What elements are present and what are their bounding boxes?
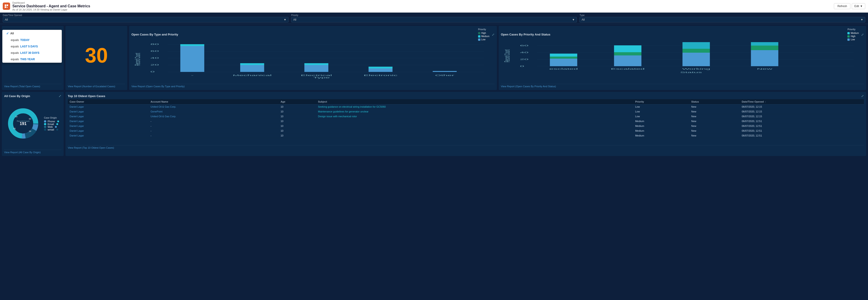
check-icon: ✓	[6, 32, 9, 35]
col-account: Account Name	[149, 99, 279, 104]
page-titles: Dashboard Service Dashboard - Agent and …	[12, 1, 834, 11]
cell-date: 06/07/2020, 12:51	[740, 119, 864, 124]
escalated-footer[interactable]: View Report (Number of Escalated Cases)	[68, 84, 125, 88]
cell-date: 06/07/2020, 12:15	[740, 104, 864, 109]
donut-area: Record Count 191 16 60 91 24 Case Origin	[4, 99, 61, 148]
svg-text:Status: Status	[680, 71, 702, 73]
open-by-priority-footer[interactable]: View Report (Open Cases By Priority And …	[501, 84, 864, 88]
cell-date: 06/07/2020, 12:51	[740, 133, 864, 138]
svg-text:Mechanical: Mechanical	[232, 74, 272, 77]
cell-subject	[316, 124, 633, 128]
expand-icon2[interactable]: ⤢	[861, 33, 864, 36]
table-row: Daniel Lagar - 10 Medium New 06/07/2020,…	[68, 119, 864, 124]
svg-text:80: 80	[150, 43, 159, 46]
svg-rect-11	[180, 44, 205, 46]
cell-priority: Medium	[633, 128, 689, 133]
table-row: Daniel Lagar GenePoint 10 Maintenance gu…	[68, 109, 864, 114]
expand-icon4[interactable]: ⤢	[861, 94, 864, 98]
chevron-down-icon: ▼	[284, 18, 286, 21]
dropdown-item-today[interactable]: equals TODAY	[2, 37, 62, 43]
medium-color	[478, 35, 480, 37]
svg-text:0: 0	[520, 65, 524, 67]
priority-filter-select[interactable]: All ▼	[291, 17, 577, 23]
priority-chart-svg: 60 40 20 0 esclated Escalated	[503, 42, 862, 79]
chevron-down-icon: ▼	[572, 18, 575, 21]
svg-rect-34	[550, 59, 577, 66]
col-date: Date/Time Opened ↑	[740, 99, 864, 104]
cell-priority: Medium	[633, 124, 689, 128]
edit-button[interactable]: Edit ▼	[852, 3, 865, 9]
svg-rect-22	[433, 71, 457, 72]
all-by-origin-card: All Case By Origin ⤢ Record Count 191 16…	[2, 92, 64, 156]
open-by-priority-title: Open Cases By Priority And Status	[501, 33, 551, 36]
open-by-type-footer[interactable]: View Report (Open Cases By Type and Prio…	[131, 84, 495, 88]
cases-table-body: Daniel Lagar United Oil & Gas Corp. 10 S…	[68, 104, 864, 138]
open-by-priority-header: Open Cases By Priority And Status Priori…	[501, 28, 864, 41]
svg-rect-39	[614, 52, 641, 55]
total-open-footer[interactable]: View Report (Total Open Cases)	[4, 84, 61, 88]
refresh-button[interactable]: Refresh	[834, 3, 850, 9]
legend-phone: Phone	[44, 120, 59, 123]
escalated-number: 30	[68, 45, 125, 66]
cell-status: New	[689, 119, 740, 124]
breadcrumb: Dashboard	[12, 1, 834, 4]
dropdown-item-last5[interactable]: equals LAST 5 DAYS	[2, 43, 62, 50]
case-origin-label: Case Origin	[44, 117, 59, 119]
svg-rect-46	[751, 50, 778, 66]
svg-rect-19	[369, 68, 393, 72]
cell-subject	[316, 128, 633, 133]
svg-rect-44	[682, 42, 710, 49]
expand-icon3[interactable]: ⤢	[59, 94, 61, 98]
dropdown-item-thisyear[interactable]: equals THIS YEAR	[2, 56, 62, 62]
svg-rect-42	[682, 53, 710, 66]
svg-text:0: 0	[150, 70, 155, 73]
svg-text:Electrical: Electrical	[301, 74, 332, 77]
cell-age: 10	[279, 124, 316, 128]
cell-date: 06/07/2020, 12:51	[740, 124, 864, 128]
col-subject: Subject	[316, 99, 633, 104]
dropdown-item-all[interactable]: ✓ All	[2, 30, 62, 37]
type-filter-select[interactable]: All ▼	[580, 17, 865, 23]
cell-priority: Low	[633, 104, 689, 109]
col-owner: Case Owner	[68, 99, 149, 104]
svg-rect-38	[614, 55, 641, 66]
date-filter-label: Date/Time Opened	[3, 14, 288, 17]
cell-owner: Daniel Lagar	[68, 124, 149, 128]
cell-priority: Low	[633, 109, 689, 114]
escalated-card: 30 View Report (Number of Escalated Case…	[65, 26, 127, 90]
oldest-cases-footer[interactable]: View Report (Top 10 Oldest Open Cases)	[68, 145, 864, 149]
legend-low: Low	[478, 38, 490, 41]
sort-arrow: ↑	[765, 101, 766, 103]
date-filter-group: Date/Time Opened All ▼	[3, 14, 288, 23]
col-priority: Priority	[633, 99, 689, 104]
cell-age: 10	[279, 114, 316, 119]
cell-status: New	[689, 133, 740, 138]
cell-subject: Maintenance guidelines for generator unc…	[316, 109, 633, 114]
cell-account: United Oil & Gas Corp.	[149, 104, 279, 109]
filter-bar: Date/Time Opened All ▼ Priority All ▼ Ty…	[0, 12, 868, 24]
all-by-origin-title: All Case By Origin	[4, 94, 30, 98]
date-filter-select[interactable]: All ▼	[3, 17, 288, 23]
open-by-type-card: Open Cases By Type and Priority Priority…	[129, 26, 497, 90]
open-by-priority-legend: Priority Medium High Low	[847, 28, 859, 41]
svg-text:60: 60	[150, 50, 159, 52]
dropdown-item-last30[interactable]: equals LAST 30 DAYS	[2, 50, 62, 56]
oldest-cases-table-container[interactable]: Case Owner Account Name Age Subject Prio…	[68, 99, 864, 144]
cell-account: -	[149, 119, 279, 124]
oldest-cases-table: Case Owner Account Name Age Subject Prio…	[68, 99, 864, 138]
open-by-priority-card: Open Cases By Priority And Status Priori…	[499, 26, 866, 90]
svg-text:Escalated: Escalated	[611, 68, 645, 70]
svg-text:40: 40	[150, 57, 159, 59]
expand-icon[interactable]: ⤢	[492, 33, 495, 36]
donut-legend-area: Case Origin Phone Email Web	[44, 117, 59, 131]
svg-rect-43	[682, 49, 710, 53]
cell-subject: Design issue with mechanical rotor	[316, 114, 633, 119]
svg-rect-40	[614, 46, 641, 52]
legend-high2: High	[847, 35, 859, 37]
cell-owner: Daniel Lagar	[68, 133, 149, 138]
all-by-origin-footer[interactable]: View Report (All Case By Origin)	[4, 150, 61, 154]
cell-account: -	[149, 133, 279, 138]
svg-text:-: -	[191, 74, 193, 77]
priority-filter-label: Priority	[291, 14, 577, 17]
svg-text:Record Count: Record Count	[133, 53, 142, 66]
